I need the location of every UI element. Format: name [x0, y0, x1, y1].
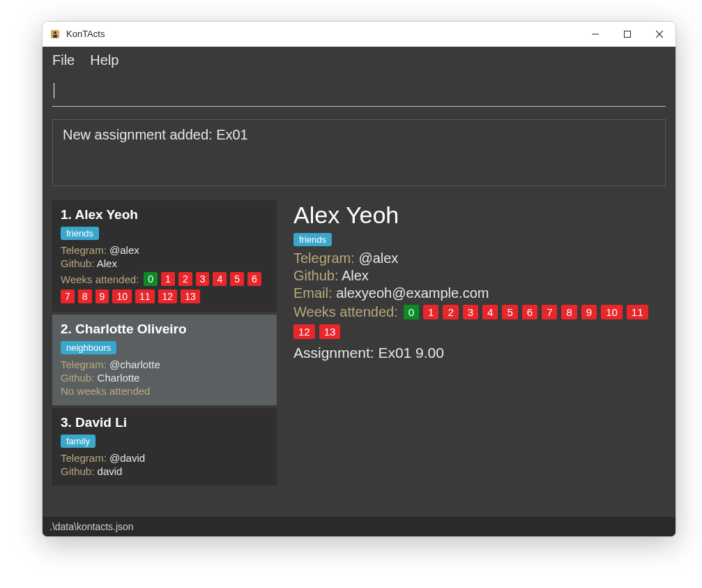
- week-chip: 2: [178, 272, 192, 286]
- app-body: File Help New assignment added: Ex01 1. …: [43, 47, 676, 536]
- week-chip: 0: [144, 272, 158, 286]
- github-label: Github:: [61, 372, 94, 384]
- detail-telegram-label: Telegram:: [293, 250, 355, 266]
- contact-tag: friends: [61, 227, 99, 240]
- menu-file[interactable]: File: [52, 52, 75, 68]
- week-chip: 11: [627, 305, 648, 319]
- svg-point-1: [54, 31, 56, 34]
- week-chip: 4: [482, 305, 498, 319]
- detail-github-value: Alex: [342, 268, 369, 283]
- maximize-button[interactable]: [611, 22, 643, 47]
- detail-assignment-row: Assignment: Ex01 9.00: [293, 345, 666, 361]
- contact-card[interactable]: 1. Alex YeohfriendsTelegram: @alexGithub…: [52, 200, 277, 312]
- week-chip: 11: [135, 289, 155, 303]
- svg-rect-2: [53, 35, 57, 38]
- week-chip: 1: [423, 305, 438, 319]
- contact-name: 2. Charlotte Oliveiro: [61, 322, 268, 337]
- detail-weeks-row: Weeks attended: 012345678910111213: [293, 304, 666, 339]
- week-chip: 5: [230, 272, 244, 286]
- menu-help[interactable]: Help: [90, 52, 119, 68]
- week-chip: 6: [247, 272, 261, 286]
- week-chip: 2: [443, 305, 458, 319]
- week-chip: 6: [522, 305, 537, 319]
- detail-tag: friends: [293, 233, 332, 246]
- detail-assignment-label: Assignment:: [293, 345, 374, 361]
- contact-weeks-row: Weeks attended:012345678910111213: [61, 272, 268, 303]
- contact-name: 1. Alex Yeoh: [61, 207, 268, 223]
- detail-email-label: Email:: [293, 285, 333, 301]
- app-icon: [49, 29, 61, 40]
- github-label: Github:: [61, 465, 94, 477]
- week-chip: 10: [112, 289, 132, 303]
- week-chip: 12: [293, 324, 315, 339]
- week-chip: 7: [61, 289, 75, 303]
- week-chip: 13: [319, 324, 341, 339]
- contact-card[interactable]: 3. David LifamilyTelegram: @davidGithub:…: [52, 408, 277, 485]
- week-chip: 3: [196, 272, 210, 286]
- contact-github-row: Github: Charlotte: [61, 372, 268, 384]
- detail-assignment-value: Ex01 9.00: [378, 345, 444, 361]
- contact-github-row: Github: david: [61, 465, 268, 477]
- detail-github-label: Github:: [293, 268, 338, 283]
- command-input[interactable]: [52, 77, 666, 107]
- titlebar: KonTActs: [43, 22, 676, 47]
- week-chip: 5: [502, 305, 517, 319]
- telegram-value: @charlotte: [109, 359, 160, 370]
- detail-weeks-label: Weeks attended:: [293, 304, 398, 320]
- github-value: Charlotte: [98, 372, 140, 384]
- content-row: 1. Alex YeohfriendsTelegram: @alexGithub…: [43, 192, 676, 517]
- telegram-value: @alex: [109, 244, 139, 256]
- window-title: KonTActs: [66, 29, 105, 39]
- github-label: Github:: [61, 257, 94, 269]
- contact-name: 3. David Li: [61, 415, 268, 430]
- week-chip: 8: [561, 305, 577, 319]
- weeks-label: Weeks attended:: [61, 273, 139, 285]
- contact-list-scroll[interactable]: 1. Alex YeohfriendsTelegram: @alexGithub…: [52, 200, 282, 513]
- footer-path: .\data\kontacts.json: [49, 521, 134, 532]
- command-area: [43, 73, 676, 107]
- github-value: david: [98, 465, 123, 477]
- contact-card[interactable]: 2. Charlotte OliveironeighboursTelegram:…: [52, 315, 277, 405]
- status-message-box: New assignment added: Ex01: [52, 119, 666, 186]
- contact-tag: neighbours: [61, 341, 116, 354]
- telegram-value: @david: [109, 452, 145, 464]
- svg-rect-4: [625, 31, 631, 37]
- status-message: New assignment added: Ex01: [63, 127, 248, 142]
- close-button[interactable]: [643, 22, 676, 47]
- telegram-label: Telegram:: [61, 359, 107, 370]
- week-chip: 8: [78, 289, 92, 303]
- week-chip: 10: [601, 305, 623, 319]
- contact-telegram-row: Telegram: @alex: [61, 244, 268, 256]
- week-chip: 9: [96, 289, 109, 303]
- no-weeks-text: No weeks attended: [61, 385, 268, 397]
- minimize-button[interactable]: [579, 22, 611, 47]
- contact-list-panel: 1. Alex YeohfriendsTelegram: @alexGithub…: [52, 200, 282, 513]
- text-caret: [54, 83, 54, 98]
- github-value: Alex: [97, 257, 117, 269]
- week-chip: 1: [161, 272, 175, 286]
- week-chip: 3: [463, 305, 478, 319]
- telegram-label: Telegram:: [61, 244, 107, 256]
- week-chip: 0: [404, 305, 419, 319]
- window-controls: [579, 22, 676, 47]
- week-chip: 4: [213, 272, 227, 286]
- detail-telegram-value: @alex: [358, 250, 398, 266]
- menubar: File Help: [43, 47, 676, 73]
- telegram-label: Telegram:: [61, 452, 107, 464]
- contact-github-row: Github: Alex: [61, 257, 268, 269]
- app-window: KonTActs File Help New assignment ad: [42, 21, 676, 537]
- week-chip: 13: [181, 289, 200, 303]
- contact-telegram-row: Telegram: @david: [61, 452, 268, 464]
- week-chip: 9: [581, 305, 597, 319]
- detail-email-value: alexyeoh@example.com: [336, 285, 489, 301]
- week-chip: 7: [542, 305, 557, 319]
- contact-telegram-row: Telegram: @charlotte: [61, 359, 268, 370]
- contact-tag: family: [61, 435, 96, 448]
- contact-detail-panel: Alex Yeoh friends Telegram: @alex Github…: [293, 200, 666, 513]
- footer-statusbar: .\data\kontacts.json: [43, 517, 676, 536]
- week-chip: 12: [158, 289, 178, 303]
- detail-name: Alex Yeoh: [293, 202, 666, 229]
